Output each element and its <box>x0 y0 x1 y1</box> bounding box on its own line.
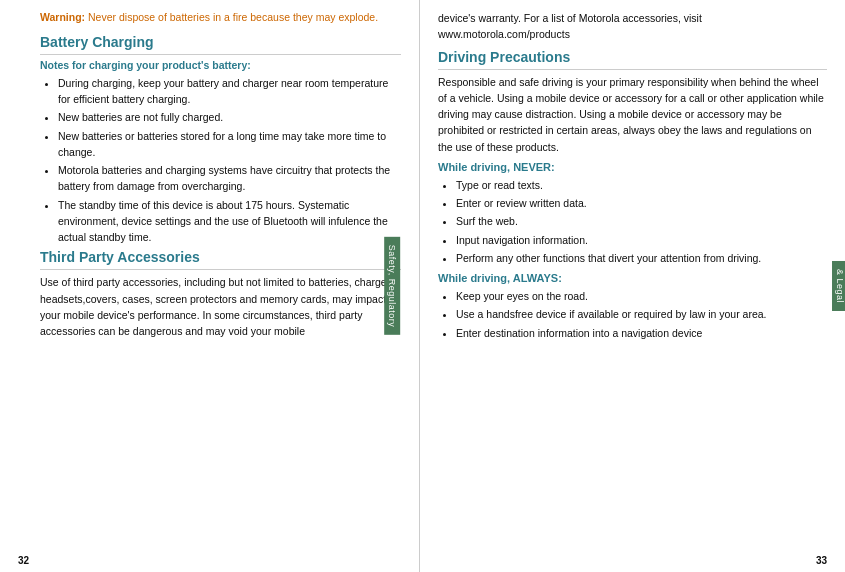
third-party-body: Use of third party accessories, includin… <box>40 274 401 339</box>
driving-precautions-title: Driving Precautions <box>438 49 827 70</box>
list-item: Motorola batteries and charging systems … <box>58 162 401 195</box>
battery-bullets: During charging, keep your battery and c… <box>58 75 401 246</box>
side-tab-left: Safety, Regulatory <box>384 237 400 335</box>
battery-charging-title: Battery Charging <box>40 34 401 55</box>
list-item: Enter destination information into a nav… <box>456 325 827 341</box>
page-number-left: 32 <box>18 555 29 566</box>
page-number-right: 33 <box>816 555 827 566</box>
notes-label: Notes for charging your product's batter… <box>40 59 401 71</box>
page-right: device's warranty. For a list of Motorol… <box>420 0 845 572</box>
side-tab-right: & Legal <box>832 261 845 311</box>
list-item: During charging, keep your battery and c… <box>58 75 401 108</box>
never-label: While driving, NEVER: <box>438 161 827 173</box>
list-item: Keep your eyes on the road. <box>456 288 827 304</box>
always-bullets: Keep your eyes on the road. Use a handsf… <box>456 288 827 341</box>
list-item: New batteries or batteries stored for a … <box>58 128 401 161</box>
warning-text: Warning: Never dispose of batteries in a… <box>40 10 401 26</box>
always-label: While driving, ALWAYS: <box>438 272 827 284</box>
list-item: New batteries are not fully charged. <box>58 109 401 125</box>
list-item: Input navigation information. <box>456 232 827 248</box>
list-item: Perform any other functions that divert … <box>456 250 827 266</box>
warranty-text: device's warranty. For a list of Motorol… <box>438 10 827 43</box>
list-item: The standby time of this device is about… <box>58 197 401 246</box>
warning-body: Never dispose of batteries in a fire bec… <box>88 11 378 23</box>
third-party-title: Third Party Accessories <box>40 249 401 270</box>
warning-label: Warning: <box>40 11 85 23</box>
list-item: Enter or review written data. <box>456 195 827 211</box>
driving-intro: Responsible and safe driving is your pri… <box>438 74 827 155</box>
page-left: Warning: Never dispose of batteries in a… <box>0 0 420 572</box>
never-bullets: Type or read texts. Enter or review writ… <box>456 177 827 266</box>
list-item: Surf the web. <box>456 213 827 229</box>
list-item: Use a handsfree device if available or r… <box>456 306 827 322</box>
list-item: Type or read texts. <box>456 177 827 193</box>
